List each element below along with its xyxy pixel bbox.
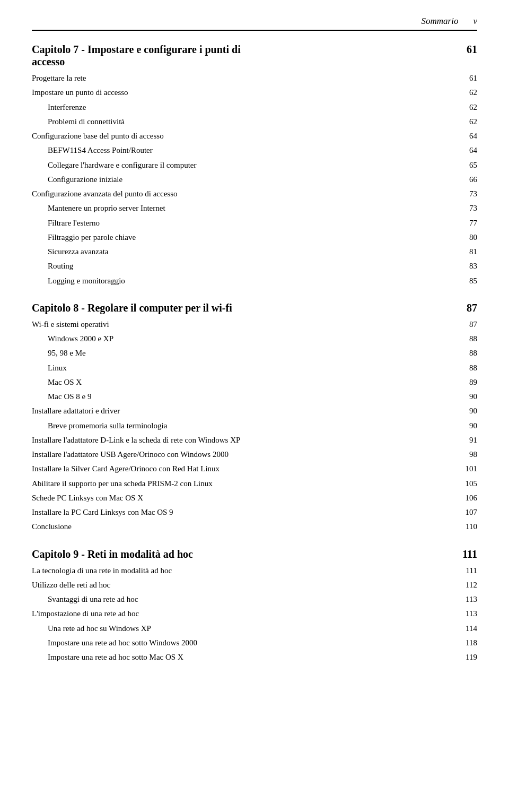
entry-page-ch8-11: 105 [461,478,477,490]
entry-text-ch7-11: Filtraggio per parole chiave [48,231,252,244]
entry-text-ch8-13: Installare la PC Card Linksys con Mac OS… [32,506,244,519]
entry-page-ch7-5: 64 [461,144,477,157]
toc-entry-ch9-1: Utilizzo delle reti ad hoc112 [32,579,477,591]
entry-page-ch8-14: 110 [461,521,477,533]
toc-entry-ch7-2: Interferenze62 [32,101,477,114]
entry-page-ch7-9: 73 [461,202,477,214]
entry-text-ch8-11: Abilitare il supporto per una scheda PRI… [32,478,244,490]
toc-entry-ch7-7: Configurazione iniziale66 [32,174,477,186]
toc-entry-ch7-0: Progettare la rete61 [32,72,477,84]
entry-page-ch9-5: 118 [461,637,477,649]
toc-entry-ch9-3: L'impostazione di una rete ad hoc113 [32,608,477,620]
toc-entry-ch8-2: 95, 98 e Me88 [32,347,477,359]
entry-dots-ch8-9 [247,456,459,457]
entry-page-ch8-13: 107 [461,506,477,519]
toc-entry-ch8-13: Installare la PC Card Linksys con Mac OS… [32,506,477,519]
entry-page-ch7-0: 61 [461,72,477,84]
toc-entry-ch8-9: Installare l'adattatore USB Agere/Orinoc… [32,448,477,461]
header-title: Sommario [422,16,459,27]
entry-dots-ch8-11 [247,486,459,486]
entry-text-ch8-9: Installare l'adattatore USB Agere/Orinoc… [32,448,244,461]
entry-page-ch9-1: 112 [461,579,477,591]
chapter-title-ch8: Capitolo 8 - Regolare il computer per il… [32,302,242,314]
entry-text-ch8-5: Mac OS 8 e 9 [48,391,252,403]
entry-dots-ch8-3 [254,370,459,370]
entry-dots-ch8-8 [247,442,459,443]
entry-text-ch8-14: Conclusione [32,521,244,533]
entry-page-ch8-7: 90 [461,420,477,432]
entry-text-ch7-9: Mantenere un proprio server Internet [48,202,252,214]
entry-text-ch9-6: Impostare una rete ad hoc sotto Mac OS X [48,651,252,663]
entry-dots-ch7-10 [254,225,459,226]
entry-text-ch9-5: Impostare una rete ad hoc sotto Windows … [48,637,252,649]
entry-text-ch8-6: Installare adattatori e driver [32,405,244,417]
entry-dots-ch8-13 [247,514,459,515]
entry-page-ch8-1: 88 [461,333,477,345]
entry-page-ch7-12: 81 [461,246,477,258]
toc-entry-ch7-3: Problemi di connettività62 [32,116,477,128]
entry-dots-ch7-7 [254,182,459,182]
entry-dots-ch7-1 [247,94,459,95]
entry-page-ch8-12: 106 [461,492,477,504]
entry-dots-ch9-1 [247,587,459,588]
entry-text-ch9-0: La tecnologia di una rete in modalità ad… [32,565,244,577]
toc-entry-ch7-10: Filtrare l'esterno77 [32,217,477,229]
entry-page-ch8-5: 90 [461,391,477,403]
entry-page-ch7-10: 77 [461,217,477,229]
entry-dots-ch7-9 [254,210,459,211]
entry-dots-ch8-1 [254,341,459,341]
toc-entry-ch8-14: Conclusione110 [32,521,477,533]
entry-dots-ch8-6 [247,413,459,413]
entry-text-ch7-2: Interferenze [48,101,252,114]
toc-entry-ch8-8: Installare l'adattatore D-Link e la sche… [32,434,477,446]
entry-page-ch7-6: 65 [461,159,477,171]
toc-entry-ch9-6: Impostare una rete ad hoc sotto Mac OS X… [32,651,477,663]
toc-container: Capitolo 7 - Impostare e configurare i p… [32,44,477,669]
toc-entry-ch7-11: Filtraggio per parole chiave80 [32,231,477,244]
entry-dots-ch7-4 [247,138,459,139]
entry-text-ch9-3: L'impostazione di una rete ad hoc [32,608,244,620]
entry-page-ch7-8: 73 [461,188,477,200]
chapter-heading-ch9: Capitolo 9 - Reti in modalità ad hoc111 [32,548,477,560]
entry-dots-ch9-5 [254,645,459,645]
entry-dots-ch9-0 [247,573,459,573]
toc-entry-ch8-1: Windows 2000 e XP88 [32,333,477,345]
entry-text-ch7-7: Configurazione iniziale [48,174,252,186]
entry-dots-ch7-5 [254,152,459,153]
toc-entry-ch8-6: Installare adattatori e driver90 [32,405,477,417]
entry-page-ch9-2: 113 [461,593,477,606]
entry-dots-ch8-10 [247,471,459,471]
entry-page-ch7-13: 83 [461,260,477,272]
entry-text-ch8-8: Installare l'adattatore D-Link e la sche… [32,434,244,446]
entry-dots-ch8-5 [254,399,459,399]
toc-entry-ch7-8: Configurazione avanzata del punto di acc… [32,188,477,200]
entry-dots-ch7-0 [247,80,459,81]
entry-dots-ch7-12 [254,254,459,254]
toc-entry-ch8-7: Breve promemoria sulla terminologia90 [32,420,477,432]
entry-page-ch8-6: 90 [461,405,477,417]
toc-entry-ch8-5: Mac OS 8 e 990 [32,391,477,403]
entry-page-ch8-9: 98 [461,448,477,461]
entry-text-ch8-12: Schede PC Linksys con Mac OS X [32,492,244,504]
entry-text-ch7-12: Sicurezza avanzata [48,246,252,258]
entry-dots-ch7-6 [254,167,459,168]
toc-entry-ch7-14: Logging e monitoraggio85 [32,275,477,287]
entry-page-ch8-2: 88 [461,347,477,359]
chapter-title-ch7: Capitolo 7 - Impostare e configurare i p… [32,44,242,68]
entry-text-ch8-3: Linux [48,362,252,374]
entry-dots-ch8-4 [254,384,459,385]
entry-page-ch8-4: 89 [461,376,477,388]
page-header: Sommario v [32,16,477,31]
entry-text-ch7-0: Progettare la rete [32,72,244,84]
entry-page-ch8-3: 88 [461,362,477,374]
chapter-heading-ch8: Capitolo 8 - Regolare il computer per il… [32,302,477,314]
page: Sommario v Capitolo 7 - Impostare e conf… [0,0,509,812]
toc-entry-ch7-1: Impostare un punto di accesso62 [32,87,477,99]
toc-entry-ch8-3: Linux88 [32,362,477,374]
header-page-num: v [473,16,477,27]
entry-text-ch7-13: Routing [48,260,252,272]
entry-text-ch7-4: Configurazione base del punto di accesso [32,130,244,142]
entry-page-ch7-3: 62 [461,116,477,128]
toc-entry-ch7-9: Mantenere un proprio server Internet73 [32,202,477,214]
entry-page-ch8-10: 101 [461,463,477,475]
